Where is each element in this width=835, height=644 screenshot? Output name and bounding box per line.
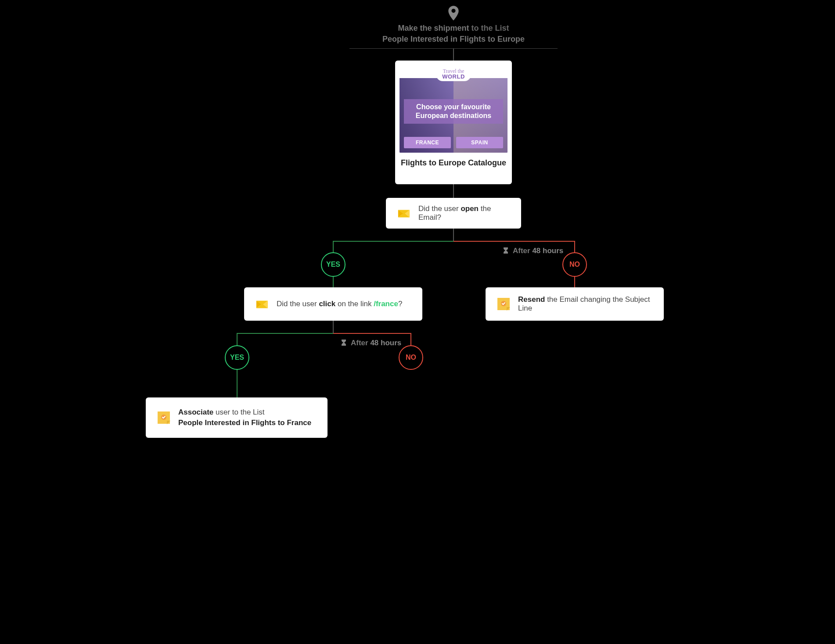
brand-bold: WORLD bbox=[442, 74, 465, 79]
france-button[interactable]: FRANCE bbox=[404, 137, 451, 148]
connector bbox=[333, 321, 334, 334]
flow-start-label: Make the shipment to the List People Int… bbox=[316, 23, 591, 45]
branch-no: NO bbox=[399, 345, 423, 370]
overlay-headline: Choose your favourite European destinati… bbox=[404, 99, 503, 124]
hourglass-icon bbox=[340, 339, 347, 347]
connector bbox=[453, 229, 454, 242]
condition-text: Did the user open the Email? bbox=[418, 204, 510, 222]
connector-yes bbox=[333, 241, 453, 242]
connector-yes bbox=[237, 333, 238, 346]
branch-no: NO bbox=[562, 252, 587, 277]
flow-canvas: Make the shipment to the List People Int… bbox=[140, 0, 695, 456]
email-preview-card[interactable]: Travel the WORLD Choose your favourite E… bbox=[395, 61, 512, 184]
connector-yes bbox=[237, 333, 333, 334]
branch-yes: YES bbox=[321, 252, 346, 277]
hourglass-icon bbox=[502, 247, 509, 255]
destination-buttons: FRANCE SPAIN bbox=[404, 137, 503, 148]
wait-label-left: After 48 hours bbox=[340, 339, 401, 347]
email-title: Flights to Europe Catalogue bbox=[400, 158, 507, 168]
brand-pill: Travel the WORLD bbox=[436, 68, 471, 81]
spain-button[interactable]: SPAIN bbox=[456, 137, 503, 148]
mail-icon bbox=[256, 299, 269, 309]
wait-label-right: After 48 hours bbox=[502, 247, 563, 255]
note-check-icon bbox=[157, 411, 170, 424]
action-resend-email[interactable]: Resend the Email changing the Subject Li… bbox=[486, 287, 664, 321]
connector-yes bbox=[237, 370, 238, 397]
action-text: Resend the Email changing the Subject Li… bbox=[518, 295, 652, 313]
action-text: Associate user to the List People Intere… bbox=[178, 407, 311, 428]
connector-no bbox=[574, 277, 575, 287]
condition-text: Did the user click on the link /france? bbox=[277, 300, 402, 308]
connector-no bbox=[574, 241, 575, 253]
condition-click-link[interactable]: Did the user click on the link /france? bbox=[244, 287, 422, 321]
condition-open-email[interactable]: Did the user open the Email? bbox=[386, 198, 521, 229]
connector bbox=[453, 184, 454, 198]
connector-no bbox=[333, 333, 411, 334]
connector-no bbox=[410, 333, 411, 346]
email-preview-image: Travel the WORLD Choose your favourite E… bbox=[400, 65, 507, 153]
mail-icon bbox=[397, 208, 410, 218]
branch-yes: YES bbox=[225, 345, 249, 370]
connector-yes bbox=[333, 241, 334, 253]
location-pin-icon bbox=[445, 4, 462, 22]
note-check-icon bbox=[497, 297, 510, 311]
action-associate-list[interactable]: Associate user to the List People Intere… bbox=[146, 397, 328, 438]
connector-yes bbox=[333, 277, 334, 287]
connector-no bbox=[453, 241, 575, 242]
connector bbox=[453, 49, 454, 61]
